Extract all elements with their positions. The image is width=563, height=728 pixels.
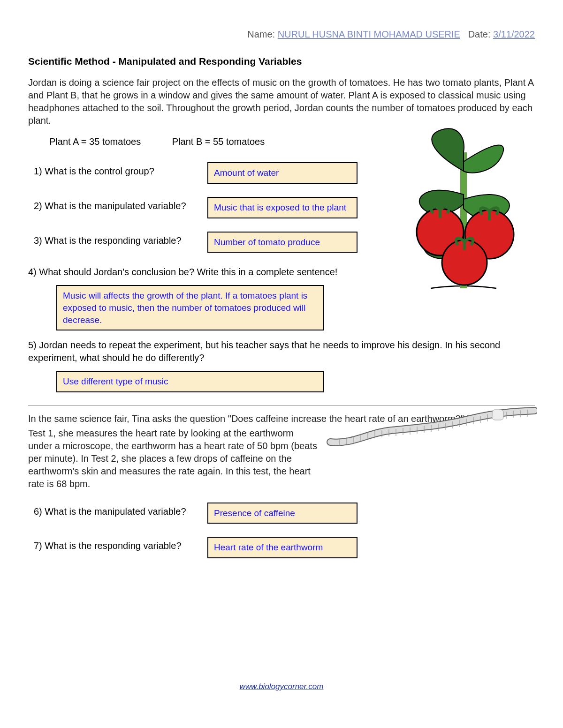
answer-1-box[interactable]: Amount of water: [207, 162, 358, 184]
question-7-label: 7) What is the responding variable?: [34, 537, 207, 552]
answer-7-box[interactable]: Heart rate of the earthworm: [207, 537, 358, 558]
question-3-label: 3) What is the responding variable?: [34, 232, 207, 247]
intro-paragraph: Jordan is doing a science fair project o…: [28, 76, 535, 127]
name-label: Name:: [247, 29, 275, 39]
question-6-row: 6) What is the manipulated variable? Pre…: [34, 503, 535, 524]
plant-b-result: Plant B = 55 tomatoes: [172, 136, 265, 147]
section-divider: [28, 405, 535, 406]
date-value: 3/11/2022: [493, 29, 535, 39]
header-name-date: Name: NURUL HUSNA BINTI MOHAMAD USERIE D…: [28, 28, 535, 41]
question-1-label: 1) What is the control group?: [34, 162, 207, 178]
plant-a-result: Plant A = 35 tomatoes: [49, 136, 141, 147]
footer: www.biologycorner.com: [0, 682, 563, 691]
question-2-label: 2) What is the manipulated variable?: [34, 197, 207, 212]
worksheet-title: Scientific Method - Manipulated and Resp…: [28, 55, 535, 68]
answer-2-box[interactable]: Music that is exposed to the plant: [207, 197, 358, 218]
tomato-plant-icon: [393, 124, 534, 293]
answer-6-box[interactable]: Presence of caffeine: [207, 503, 358, 524]
svg-rect-29: [492, 410, 503, 420]
section2-rest: Test 1, she measures the heart rate by l…: [28, 427, 319, 490]
question-6-label: 6) What is the manipulated variable?: [34, 503, 207, 518]
question-7-row: 7) What is the responding variable? Hear…: [34, 537, 535, 558]
question-5-label: 5) Jordan needs to repeat the experiment…: [28, 339, 535, 364]
answer-3-box[interactable]: Number of tomato produce: [207, 232, 358, 253]
answer-4-box[interactable]: Music will affects the growth of the pla…: [56, 285, 324, 330]
student-name: NURUL HUSNA BINTI MOHAMAD USERIE: [278, 29, 460, 39]
footer-link[interactable]: www.biologycorner.com: [240, 682, 324, 691]
answer-5-box[interactable]: Use different type of music: [56, 371, 324, 392]
date-label: Date:: [468, 29, 491, 39]
earthworm-icon: [326, 407, 537, 449]
